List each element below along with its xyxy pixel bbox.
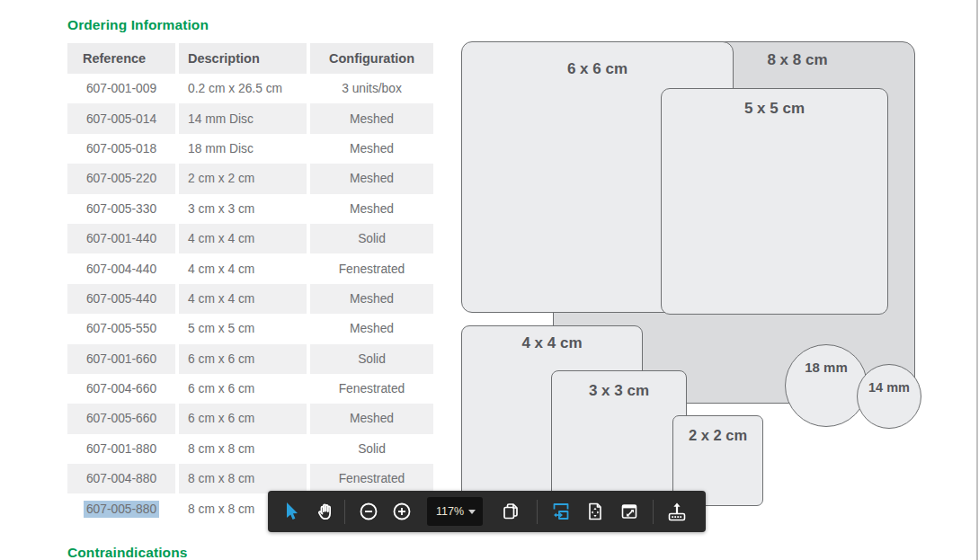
reference-cell: 607-005-550 xyxy=(67,314,175,343)
description-cell-text: 6 cm x 6 cm xyxy=(188,382,254,396)
dock-up-arrow-icon xyxy=(665,501,689,522)
copy-pages-icon xyxy=(500,501,521,522)
fit-width-icon xyxy=(550,501,572,522)
configuration-cell-text: Meshed xyxy=(350,142,394,156)
reference-cell-text: 607-005-220 xyxy=(86,172,156,185)
expand-window-button[interactable] xyxy=(618,500,641,523)
viewer-toolbar: 117% xyxy=(268,491,706,532)
reference-cell: 607-005-018 xyxy=(67,134,175,164)
table-row: 607-005-014 14 mm Disc Meshed xyxy=(67,103,433,133)
configuration-cell-text: Meshed xyxy=(350,292,394,306)
diagram-circle-18mm: 18 mm xyxy=(785,344,868,427)
reference-cell-text: 607-001-440 xyxy=(86,232,156,245)
diagram-label-2x2: 2 x 2 cm xyxy=(673,427,762,444)
reference-cell-text: 607-004-660 xyxy=(86,382,156,396)
configuration-cell: Solid xyxy=(310,344,433,374)
configuration-cell: Meshed xyxy=(310,194,433,224)
configuration-cell: Fenestrated xyxy=(310,464,433,493)
description-cell: 5 cm x 5 cm xyxy=(179,314,307,343)
caret-down-icon xyxy=(468,510,476,514)
select-tool-button[interactable] xyxy=(279,500,302,523)
configuration-cell-text: Meshed xyxy=(350,412,394,425)
hand-icon xyxy=(315,501,336,522)
description-cell: 4 cm x 4 cm xyxy=(179,284,307,314)
table-row: 607-001-009 0.2 cm x 26.5 cm 3 units/box xyxy=(67,74,433,103)
description-cell-text: 8 cm x 8 cm xyxy=(188,472,254,485)
column-header-description: Description xyxy=(179,43,307,74)
reference-cell-text: 607-005-550 xyxy=(86,322,156,335)
window-right-edge xyxy=(976,0,978,560)
description-cell: 14 mm Disc xyxy=(179,103,307,133)
diagram-label-8x8: 8 x 8 cm xyxy=(730,51,865,69)
zoom-in-button[interactable] xyxy=(390,500,414,523)
zoom-out-button[interactable] xyxy=(357,500,380,523)
zoom-out-icon xyxy=(358,501,379,522)
fit-width-button[interactable] xyxy=(549,500,573,523)
configuration-cell-text: Fenestrated xyxy=(339,382,405,396)
reference-cell: 607-005-220 xyxy=(67,164,175,193)
table-row: 607-001-660 6 cm x 6 cm Solid xyxy=(67,344,433,374)
reference-cell: 607-004-440 xyxy=(67,253,175,283)
pdf-document-page: Ordering Information Contraindications R… xyxy=(0,0,979,560)
ordering-table: Reference Description Configuration 607-… xyxy=(67,43,433,524)
configuration-cell: Meshed xyxy=(310,404,433,433)
zoom-level-dropdown[interactable]: 117% xyxy=(427,497,483,526)
reference-cell-text: 607-001-009 xyxy=(86,82,156,95)
reference-cell-text: 607-005-440 xyxy=(86,292,156,306)
diagram-square-3x3: 3 x 3 cm xyxy=(551,370,687,506)
description-cell: 6 cm x 6 cm xyxy=(179,374,307,404)
column-header-configuration: Configuration xyxy=(310,43,433,74)
expand-window-icon xyxy=(619,501,640,522)
diagram-label-4x4: 4 x 4 cm xyxy=(462,334,642,352)
configuration-cell: Fenestrated xyxy=(310,374,433,404)
configuration-cell: Fenestrated xyxy=(310,253,433,283)
diagram-label-6x6: 6 x 6 cm xyxy=(462,60,733,78)
description-cell-text: 5 cm x 5 cm xyxy=(188,322,254,335)
configuration-cell: Meshed xyxy=(310,284,433,314)
description-cell: 0.2 cm x 26.5 cm xyxy=(179,74,307,103)
configuration-cell: Solid xyxy=(310,224,433,253)
table-row: 607-005-220 2 cm x 2 cm Meshed xyxy=(67,164,433,193)
column-header-reference: Reference xyxy=(67,43,175,74)
configuration-cell-text: Meshed xyxy=(350,172,394,185)
description-cell-text: 0.2 cm x 26.5 cm xyxy=(188,82,282,95)
configuration-cell-text: Fenestrated xyxy=(339,472,405,485)
description-cell-text: 18 mm Disc xyxy=(188,142,254,156)
configuration-cell-text: Solid xyxy=(358,352,386,366)
diagram-square-5x5: 5 x 5 cm xyxy=(661,88,888,315)
hand-tool-button[interactable] xyxy=(314,500,337,523)
configuration-cell: 3 units/box xyxy=(310,74,433,103)
description-cell: 6 cm x 6 cm xyxy=(179,404,307,433)
section-title-ordering-information: Ordering Information xyxy=(67,17,209,33)
description-cell: 4 cm x 4 cm xyxy=(179,224,307,253)
copy-pages-button[interactable] xyxy=(499,500,522,523)
description-cell-text: 4 cm x 4 cm xyxy=(188,292,254,306)
fit-page-button[interactable] xyxy=(583,500,607,523)
reference-cell: 607-001-440 xyxy=(67,224,175,253)
description-cell: 18 mm Disc xyxy=(179,134,307,164)
table-row: 607-005-550 5 cm x 5 cm Meshed xyxy=(67,314,433,343)
table-body: 607-001-009 0.2 cm x 26.5 cm 3 units/box… xyxy=(67,74,433,524)
reference-cell-text: 607-005-660 xyxy=(86,412,156,425)
reference-cell: 607-004-660 xyxy=(67,374,175,404)
configuration-cell-text: Fenestrated xyxy=(339,262,405,276)
configuration-cell: Meshed xyxy=(310,164,433,193)
reference-cell-text: 607-004-880 xyxy=(86,472,156,485)
description-cell-text: 14 mm Disc xyxy=(188,112,254,126)
toolbar-divider xyxy=(537,500,538,524)
dock-toolbar-button[interactable] xyxy=(665,500,689,523)
diagram-label-3x3: 3 x 3 cm xyxy=(552,382,686,400)
table-header-row: Reference Description Configuration xyxy=(67,43,433,74)
diagram-label-14mm: 14 mm xyxy=(858,380,921,395)
table-row: 607-001-440 4 cm x 4 cm Solid xyxy=(67,224,433,253)
configuration-cell: Meshed xyxy=(310,134,433,164)
description-cell-text: 6 cm x 6 cm xyxy=(188,352,254,366)
description-cell-text: 2 cm x 2 cm xyxy=(188,172,254,185)
diagram-label-5x5: 5 x 5 cm xyxy=(662,100,887,118)
reference-cell: 607-001-009 xyxy=(67,74,175,103)
reference-cell: 607-001-660 xyxy=(67,344,175,374)
configuration-cell-text: Solid xyxy=(358,232,386,245)
reference-cell: 607-005-330 xyxy=(67,194,175,224)
description-cell: 4 cm x 4 cm xyxy=(179,253,307,283)
description-cell-text: 8 cm x 8 cm xyxy=(188,502,254,516)
